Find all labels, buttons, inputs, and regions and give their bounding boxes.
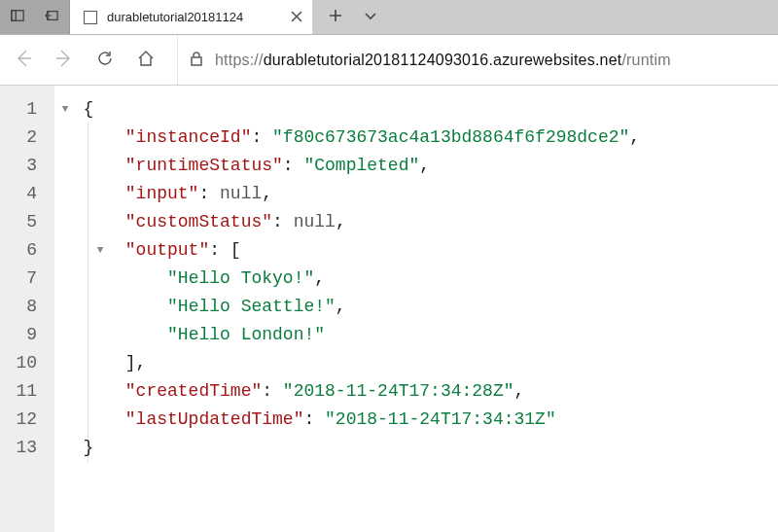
- home-button[interactable]: [136, 49, 156, 72]
- line-number: 7: [0, 265, 37, 293]
- close-tab-button[interactable]: [291, 9, 302, 26]
- line-number: 10: [0, 349, 37, 377]
- svg-rect-3: [192, 57, 201, 65]
- address-bar[interactable]: https://durabletutorial20181124093016.az…: [177, 35, 764, 85]
- code-line: "instanceId": "f80c673673ac4a13bd8864f6f…: [62, 124, 778, 152]
- code-line: ▼ {: [62, 95, 778, 124]
- code-line: }: [62, 434, 778, 462]
- fold-arrow-icon[interactable]: ▼: [95, 236, 105, 265]
- svg-rect-1: [12, 10, 16, 20]
- json-viewer: 1 2 3 4 5 6 7 8 9 10 11 12 13 ▼ { "insta…: [0, 86, 778, 532]
- code-line: "input": null,: [62, 180, 778, 208]
- svg-rect-0: [12, 10, 23, 20]
- code-area[interactable]: ▼ { "instanceId": "f80c673673ac4a13bd886…: [54, 86, 778, 532]
- line-number: 6: [0, 236, 37, 265]
- fold-arrow-icon[interactable]: ▼: [60, 95, 70, 124]
- line-number: 9: [0, 321, 37, 349]
- tab-strip-actions: [313, 0, 778, 34]
- browser-tab[interactable]: durabletutorial20181124: [70, 0, 313, 34]
- line-number: 2: [0, 124, 37, 152]
- code-line: ],: [62, 349, 778, 377]
- page-favicon: [84, 11, 97, 24]
- line-number: 3: [0, 152, 37, 180]
- code-line: "Hello Tokyo!",: [62, 265, 778, 293]
- code-line: ▼ "output": [: [62, 236, 778, 265]
- forward-button[interactable]: [54, 49, 74, 72]
- code-line: "lastUpdatedTime": "2018-11-24T17:34:31Z…: [62, 406, 778, 434]
- code-line: "runtimeStatus": "Completed",: [62, 152, 778, 180]
- refresh-button[interactable]: [95, 49, 115, 72]
- line-number-gutter: 1 2 3 4 5 6 7 8 9 10 11 12 13: [0, 86, 54, 532]
- new-tab-button[interactable]: [329, 9, 342, 26]
- line-number: 1: [0, 95, 37, 124]
- line-number: 8: [0, 293, 37, 321]
- tab-strip: durabletutorial20181124: [0, 0, 778, 35]
- code-line: "Hello Seattle!",: [62, 293, 778, 321]
- lock-icon: [190, 51, 203, 70]
- line-number: 11: [0, 377, 37, 406]
- line-number: 12: [0, 406, 37, 434]
- tabs-aside-icon[interactable]: [11, 9, 24, 26]
- line-number: 13: [0, 434, 37, 462]
- nav-bar: https://durabletutorial20181124093016.az…: [0, 35, 778, 86]
- set-aside-icon[interactable]: [45, 9, 58, 26]
- code-line: "createdTime": "2018-11-24T17:34:28Z",: [62, 377, 778, 406]
- code-line: "Hello London!": [62, 321, 778, 349]
- back-button[interactable]: [14, 49, 33, 72]
- line-number: 4: [0, 180, 37, 208]
- url-text: https://durabletutorial20181124093016.az…: [215, 52, 671, 69]
- line-number: 5: [0, 208, 37, 236]
- code-line: "customStatus": null,: [62, 208, 778, 236]
- tab-menu-button[interactable]: [364, 9, 377, 26]
- tab-title: durabletutorial20181124: [107, 10, 281, 24]
- tab-actions-corner: [0, 0, 70, 34]
